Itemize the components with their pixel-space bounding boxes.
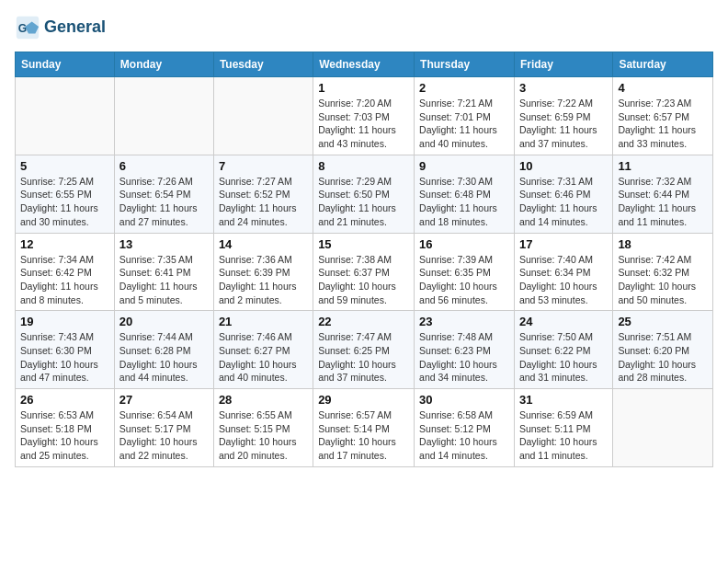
day-info: Sunrise: 7:51 AM Sunset: 6:20 PM Dayligh… xyxy=(618,330,708,385)
day-number: 26 xyxy=(20,393,109,407)
calendar-cell: 19Sunrise: 7:43 AM Sunset: 6:30 PM Dayli… xyxy=(16,311,115,389)
calendar-cell: 2Sunrise: 7:21 AM Sunset: 7:01 PM Daylig… xyxy=(415,77,515,155)
calendar-cell: 4Sunrise: 7:23 AM Sunset: 6:57 PM Daylig… xyxy=(613,77,713,155)
day-info: Sunrise: 6:53 AM Sunset: 5:18 PM Dayligh… xyxy=(20,408,109,463)
logo-text: General xyxy=(44,18,106,37)
page-header: G General xyxy=(15,15,713,40)
calendar-cell: 18Sunrise: 7:42 AM Sunset: 6:32 PM Dayli… xyxy=(613,233,713,311)
day-number: 27 xyxy=(119,393,209,407)
day-number: 15 xyxy=(318,237,409,251)
day-info: Sunrise: 7:38 AM Sunset: 6:37 PM Dayligh… xyxy=(318,253,409,307)
day-number: 16 xyxy=(419,237,509,251)
day-number: 28 xyxy=(219,393,308,407)
day-number: 23 xyxy=(419,315,509,328)
day-number: 4 xyxy=(618,81,708,95)
day-number: 18 xyxy=(618,237,708,251)
day-info: Sunrise: 7:40 AM Sunset: 6:34 PM Dayligh… xyxy=(519,253,608,307)
day-info: Sunrise: 7:32 AM Sunset: 6:44 PM Dayligh… xyxy=(618,175,708,229)
day-number: 30 xyxy=(419,393,509,407)
day-info: Sunrise: 7:30 AM Sunset: 6:48 PM Dayligh… xyxy=(419,175,509,229)
calendar-cell: 16Sunrise: 7:39 AM Sunset: 6:35 PM Dayli… xyxy=(415,233,515,311)
day-number: 1 xyxy=(318,81,409,95)
calendar-cell: 10Sunrise: 7:31 AM Sunset: 6:46 PM Dayli… xyxy=(514,155,612,233)
day-info: Sunrise: 7:23 AM Sunset: 6:57 PM Dayligh… xyxy=(618,97,708,151)
weekday-header-tuesday: Tuesday xyxy=(213,52,313,77)
weekday-header-wednesday: Wednesday xyxy=(313,52,415,77)
weekday-header-thursday: Thursday xyxy=(415,52,515,77)
svg-text:G: G xyxy=(18,22,27,35)
day-number: 20 xyxy=(119,315,209,328)
calendar-cell: 14Sunrise: 7:36 AM Sunset: 6:39 PM Dayli… xyxy=(213,233,313,311)
day-info: Sunrise: 7:25 AM Sunset: 6:55 PM Dayligh… xyxy=(20,175,109,229)
logo-icon: G xyxy=(15,15,40,40)
calendar-cell: 1Sunrise: 7:20 AM Sunset: 7:03 PM Daylig… xyxy=(313,77,415,155)
day-info: Sunrise: 7:50 AM Sunset: 6:22 PM Dayligh… xyxy=(519,330,608,385)
calendar-cell: 9Sunrise: 7:30 AM Sunset: 6:48 PM Daylig… xyxy=(415,155,515,233)
calendar-cell: 11Sunrise: 7:32 AM Sunset: 6:44 PM Dayli… xyxy=(613,155,713,233)
calendar-cell: 7Sunrise: 7:27 AM Sunset: 6:52 PM Daylig… xyxy=(213,155,313,233)
calendar-cell: 15Sunrise: 7:38 AM Sunset: 6:37 PM Dayli… xyxy=(313,233,415,311)
calendar-cell: 22Sunrise: 7:47 AM Sunset: 6:25 PM Dayli… xyxy=(313,311,415,389)
day-info: Sunrise: 6:54 AM Sunset: 5:17 PM Dayligh… xyxy=(119,408,209,463)
day-info: Sunrise: 7:42 AM Sunset: 6:32 PM Dayligh… xyxy=(618,253,708,307)
day-info: Sunrise: 7:43 AM Sunset: 6:30 PM Dayligh… xyxy=(20,330,109,385)
calendar-cell: 6Sunrise: 7:26 AM Sunset: 6:54 PM Daylig… xyxy=(114,155,213,233)
day-info: Sunrise: 7:31 AM Sunset: 6:46 PM Dayligh… xyxy=(519,175,608,229)
logo: G General xyxy=(15,15,106,40)
day-info: Sunrise: 6:58 AM Sunset: 5:12 PM Dayligh… xyxy=(419,408,509,463)
calendar-cell: 31Sunrise: 6:59 AM Sunset: 5:11 PM Dayli… xyxy=(514,389,612,467)
day-number: 9 xyxy=(419,159,509,173)
calendar-cell: 20Sunrise: 7:44 AM Sunset: 6:28 PM Dayli… xyxy=(114,311,213,389)
calendar-cell xyxy=(114,77,213,155)
day-info: Sunrise: 7:36 AM Sunset: 6:39 PM Dayligh… xyxy=(219,253,308,307)
weekday-header-sunday: Sunday xyxy=(16,52,115,77)
weekday-header-friday: Friday xyxy=(514,52,612,77)
day-number: 7 xyxy=(219,159,308,173)
day-info: Sunrise: 7:20 AM Sunset: 7:03 PM Dayligh… xyxy=(318,97,409,151)
day-info: Sunrise: 7:27 AM Sunset: 6:52 PM Dayligh… xyxy=(219,175,308,229)
day-number: 21 xyxy=(219,315,308,328)
day-number: 17 xyxy=(519,237,608,251)
day-info: Sunrise: 7:21 AM Sunset: 7:01 PM Dayligh… xyxy=(419,97,509,151)
calendar-cell: 21Sunrise: 7:46 AM Sunset: 6:27 PM Dayli… xyxy=(213,311,313,389)
day-info: Sunrise: 6:57 AM Sunset: 5:14 PM Dayligh… xyxy=(318,408,409,463)
day-info: Sunrise: 7:22 AM Sunset: 6:59 PM Dayligh… xyxy=(519,97,608,151)
calendar-cell: 13Sunrise: 7:35 AM Sunset: 6:41 PM Dayli… xyxy=(114,233,213,311)
calendar-cell xyxy=(213,77,313,155)
day-info: Sunrise: 7:48 AM Sunset: 6:23 PM Dayligh… xyxy=(419,330,509,385)
day-info: Sunrise: 7:26 AM Sunset: 6:54 PM Dayligh… xyxy=(119,175,209,229)
day-number: 29 xyxy=(318,393,409,407)
weekday-header-monday: Monday xyxy=(114,52,213,77)
day-info: Sunrise: 7:46 AM Sunset: 6:27 PM Dayligh… xyxy=(219,330,308,385)
day-number: 13 xyxy=(119,237,209,251)
day-number: 24 xyxy=(519,315,608,328)
day-info: Sunrise: 7:34 AM Sunset: 6:42 PM Dayligh… xyxy=(20,253,109,307)
calendar-cell: 23Sunrise: 7:48 AM Sunset: 6:23 PM Dayli… xyxy=(415,311,515,389)
calendar-cell: 25Sunrise: 7:51 AM Sunset: 6:20 PM Dayli… xyxy=(613,311,713,389)
day-info: Sunrise: 7:47 AM Sunset: 6:25 PM Dayligh… xyxy=(318,330,409,385)
day-number: 5 xyxy=(20,159,109,173)
day-info: Sunrise: 7:39 AM Sunset: 6:35 PM Dayligh… xyxy=(419,253,509,307)
day-number: 11 xyxy=(618,159,708,173)
day-info: Sunrise: 6:59 AM Sunset: 5:11 PM Dayligh… xyxy=(519,408,608,463)
day-number: 22 xyxy=(318,315,409,328)
calendar-cell: 17Sunrise: 7:40 AM Sunset: 6:34 PM Dayli… xyxy=(514,233,612,311)
day-number: 25 xyxy=(618,315,708,328)
day-number: 6 xyxy=(119,159,209,173)
day-info: Sunrise: 7:35 AM Sunset: 6:41 PM Dayligh… xyxy=(119,253,209,307)
calendar-cell: 24Sunrise: 7:50 AM Sunset: 6:22 PM Dayli… xyxy=(514,311,612,389)
weekday-header-saturday: Saturday xyxy=(613,52,713,77)
calendar-cell: 8Sunrise: 7:29 AM Sunset: 6:50 PM Daylig… xyxy=(313,155,415,233)
day-number: 12 xyxy=(20,237,109,251)
day-number: 8 xyxy=(318,159,409,173)
calendar-cell xyxy=(613,389,713,467)
day-info: Sunrise: 7:29 AM Sunset: 6:50 PM Dayligh… xyxy=(318,175,409,229)
day-number: 19 xyxy=(20,315,109,328)
day-number: 14 xyxy=(219,237,308,251)
calendar-cell: 12Sunrise: 7:34 AM Sunset: 6:42 PM Dayli… xyxy=(16,233,115,311)
calendar-cell: 3Sunrise: 7:22 AM Sunset: 6:59 PM Daylig… xyxy=(514,77,612,155)
calendar-cell xyxy=(16,77,115,155)
calendar-cell: 27Sunrise: 6:54 AM Sunset: 5:17 PM Dayli… xyxy=(114,389,213,467)
day-info: Sunrise: 6:55 AM Sunset: 5:15 PM Dayligh… xyxy=(219,408,308,463)
day-number: 31 xyxy=(519,393,608,407)
